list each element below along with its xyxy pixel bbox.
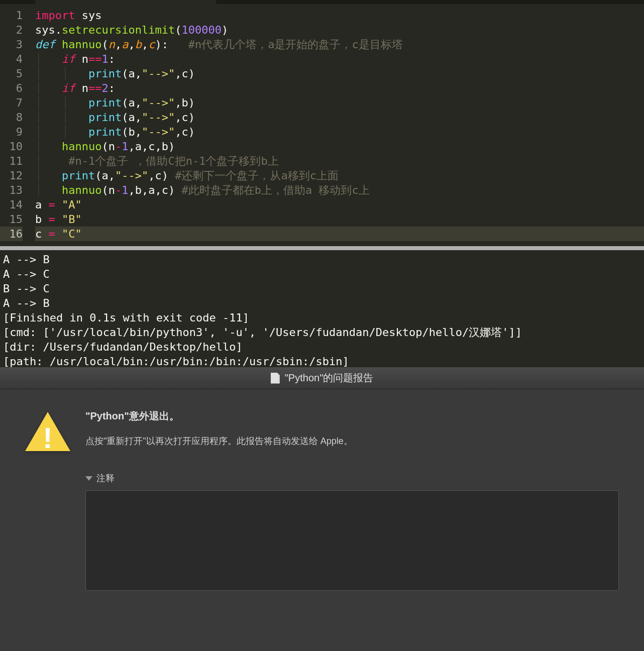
code-line[interactable]: │ │ print(a,"-->",b) xyxy=(35,95,644,110)
code-line[interactable]: │ #n-1个盘子 ，借助C把n-1个盘子移到b上 xyxy=(35,154,644,168)
code-line[interactable]: c = "C" xyxy=(35,227,644,241)
line-number: 10 xyxy=(0,139,23,154)
line-number: 14 xyxy=(0,197,23,212)
line-number: 4 xyxy=(0,52,23,66)
code-line[interactable]: b = "B" xyxy=(35,212,644,227)
dialog-title: "Python"的问题报告 xyxy=(285,371,373,385)
code-line[interactable]: │ │ print(a,"-->",c) xyxy=(35,110,644,125)
line-number: 8 xyxy=(0,110,23,125)
dialog-titlebar[interactable]: "Python"的问题报告 xyxy=(0,367,644,389)
line-number: 2 xyxy=(0,23,23,37)
line-number: 3 xyxy=(0,37,23,52)
code-line[interactable]: │ │ print(b,"-->",c) xyxy=(35,125,644,139)
code-container: 12345678910111213141516 import syssys.se… xyxy=(0,4,644,241)
code-line[interactable]: sys.setrecursionlimit(100000) xyxy=(35,23,644,37)
line-number: 7 xyxy=(0,95,23,110)
code-line[interactable]: import sys xyxy=(35,8,644,23)
code-line[interactable]: │ │ print(a,"-->",c) xyxy=(35,66,644,81)
disclosure-triangle-icon xyxy=(85,476,92,481)
code-editor[interactable]: 12345678910111213141516 import syssys.se… xyxy=(0,0,644,246)
crash-report-dialog: "Python"的问题报告 "Python"意外退出。 点按"重新打开"以再次打… xyxy=(0,367,644,651)
crash-message: 点按"重新打开"以再次打开应用程序。此报告将自动发送给 Apple。 xyxy=(85,435,619,447)
document-icon xyxy=(271,373,280,384)
panel-divider[interactable] xyxy=(0,246,644,250)
code-content[interactable]: import syssys.setrecursionlimit(100000)d… xyxy=(35,8,644,241)
code-line[interactable]: │ print(a,"-->",c) #还剩下一个盘子，从a移到c上面 xyxy=(35,168,644,183)
code-line[interactable]: │ hannuo(n-1,a,c,b) xyxy=(35,139,644,154)
crash-content: "Python"意外退出。 点按"重新打开"以再次打开应用程序。此报告将自动发送… xyxy=(85,409,619,591)
line-number: 12 xyxy=(0,168,23,183)
crash-heading: "Python"意外退出。 xyxy=(85,409,619,423)
line-number: 9 xyxy=(0,125,23,139)
code-line[interactable]: │ hannuo(n-1,b,a,c) #此时盘子都在b上，借助a 移动到c上 xyxy=(35,183,644,197)
code-line[interactable]: a = "A" xyxy=(35,197,644,212)
code-line[interactable]: def hannuo(n,a,b,c): #n代表几个塔，a是开始的盘子，c是目… xyxy=(35,37,644,52)
warning-icon xyxy=(25,412,70,453)
line-number: 6 xyxy=(0,81,23,95)
notes-textarea[interactable] xyxy=(85,490,619,591)
tab-bar xyxy=(0,0,644,4)
code-line[interactable]: │ if n==1: xyxy=(35,52,644,66)
line-number: 11 xyxy=(0,154,23,168)
line-number: 1 xyxy=(0,8,23,23)
line-number: 15 xyxy=(0,212,23,227)
line-gutter: 12345678910111213141516 xyxy=(0,8,35,241)
line-number: 5 xyxy=(0,66,23,81)
code-line[interactable]: │ if n==2: xyxy=(35,81,644,95)
notes-label: 注释 xyxy=(96,472,115,484)
active-tab[interactable] xyxy=(35,0,216,4)
dialog-body: "Python"意外退出。 点按"重新打开"以再次打开应用程序。此报告将自动发送… xyxy=(0,389,644,601)
build-output-panel[interactable]: A --> B A --> C B --> C A --> B [Finishe… xyxy=(0,250,644,367)
notes-disclosure[interactable]: 注释 xyxy=(85,472,619,484)
line-number: 16 xyxy=(0,227,23,241)
line-number: 13 xyxy=(0,183,23,197)
